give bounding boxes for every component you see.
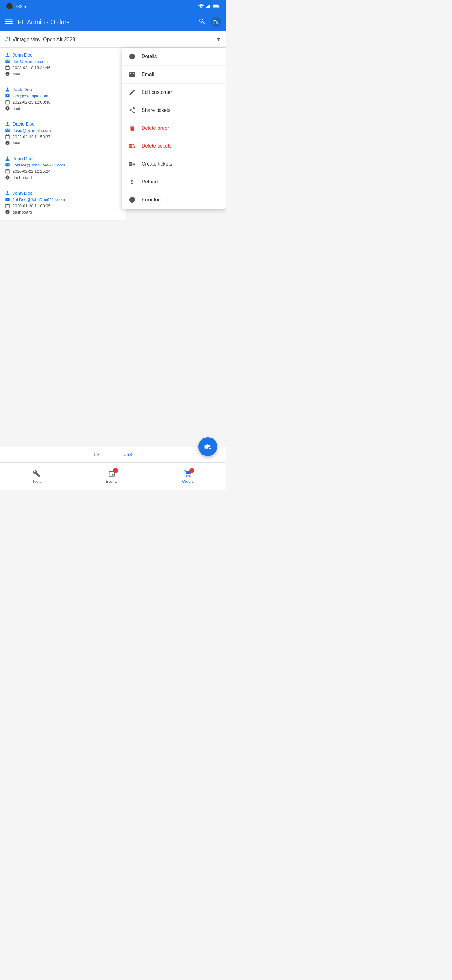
order-email: jack@example.com — [13, 94, 48, 98]
order-date: 2022-02-23 11:53:37 — [13, 134, 51, 139]
person-icon — [5, 191, 10, 196]
svg-rect-14 — [129, 162, 132, 163]
email-menu-icon — [128, 71, 136, 78]
menu-item-edit-customer[interactable]: Edit customer — [122, 84, 226, 102]
order-item[interactable]: Jack Doe jack@example.com 2022-02-23 12:… — [0, 82, 127, 117]
order-item[interactable]: John Doe doe@example.com 2023-02-18 13:2… — [0, 48, 127, 82]
dropdown-arrow-icon: ▼ — [216, 37, 221, 42]
menu-item-share-tickets-label: Share tickets — [141, 107, 170, 113]
calendar-icon — [5, 134, 10, 139]
info-icon — [5, 106, 10, 111]
nav-item-orders[interactable]: 5 Orders — [176, 467, 200, 486]
menu-item-create-tickets[interactable]: Create tickets — [122, 155, 226, 173]
svg-rect-2 — [208, 5, 209, 8]
delete-order-icon — [128, 124, 136, 132]
menu-item-email[interactable]: Email — [122, 66, 226, 84]
event-selector[interactable]: #1 Vintage Vinyl Open Air 2023 ▼ — [0, 32, 226, 48]
id-label: ID — [94, 452, 99, 457]
order-date: 2020-02-22 12:25:24 — [13, 169, 51, 174]
person-icon — [5, 156, 10, 161]
order-status: dashboard — [13, 210, 32, 215]
svg-rect-9 — [5, 23, 13, 24]
events-icon-container: 3 — [107, 469, 116, 478]
order-item[interactable]: John Doe JohDoe@JohnDoe9911.com 2020-01-… — [0, 186, 127, 221]
order-email: doe@example.com — [13, 59, 48, 64]
info-icon — [5, 175, 10, 180]
nav-item-tools[interactable]: Tools — [26, 467, 48, 486]
person-icon — [5, 52, 10, 57]
order-email: david@example.com — [13, 128, 51, 133]
status-time: 9:42 — [14, 4, 22, 9]
email-icon — [5, 93, 10, 98]
calendar-icon — [5, 169, 10, 174]
order-name: John Doe — [13, 190, 33, 196]
status-dot: ● — [24, 4, 27, 9]
event-number: #1 — [5, 37, 11, 42]
avatar[interactable]: Fa — [211, 17, 221, 27]
share-tickets-icon — [128, 107, 136, 114]
order-name: John Doe — [13, 156, 33, 161]
order-item[interactable]: John Doe JohDoe@JohnDoe9911.com 2020-02-… — [0, 151, 127, 186]
status-circle — [6, 3, 13, 10]
create-tickets-icon — [128, 160, 136, 168]
order-email: JohDoe@JohnDoe9911.com — [13, 163, 65, 167]
context-menu: Details Email Edit customer Share ticket… — [122, 48, 226, 208]
edit-customer-icon — [128, 89, 136, 96]
info-icon — [5, 210, 10, 215]
order-status: paid — [13, 72, 21, 76]
order-name: Jack Doe — [13, 87, 32, 92]
menu-item-delete-tickets-label: Delete tickets — [141, 143, 172, 149]
menu-item-create-tickets-label: Create tickets — [141, 161, 172, 167]
email-icon — [5, 128, 10, 133]
nav-tools-label: Tools — [32, 479, 41, 484]
calendar-icon — [5, 65, 10, 70]
menu-item-delete-order[interactable]: Delete order — [122, 119, 226, 137]
menu-item-refund[interactable]: Refund — [122, 173, 226, 191]
menu-item-delete-tickets[interactable]: Delete tickets — [122, 137, 226, 155]
hamburger-button[interactable] — [5, 18, 13, 26]
order-status: paid — [13, 106, 21, 111]
svg-rect-3 — [209, 5, 210, 8]
menu-item-delete-order-label: Delete order — [141, 125, 169, 131]
order-item[interactable]: David Doe david@example.com 2022-02-23 1… — [0, 117, 127, 151]
tools-icon — [32, 469, 41, 478]
menu-item-share-tickets[interactable]: Share tickets — [122, 102, 226, 119]
menu-item-details[interactable]: Details — [122, 48, 226, 66]
nav-item-events[interactable]: 3 Events — [100, 467, 124, 486]
orders-icon-container: 5 — [184, 469, 192, 478]
person-icon — [5, 87, 10, 92]
svg-rect-0 — [206, 6, 207, 8]
email-icon — [5, 162, 10, 167]
bottom-info-bar: ID #53 — [0, 447, 226, 462]
status-bar-right — [198, 5, 220, 8]
hamburger-icon — [5, 18, 13, 25]
person-icon — [5, 122, 10, 127]
app-bar: FE Admin - Orders Fa — [0, 13, 226, 32]
details-icon — [128, 53, 136, 60]
calendar-icon — [5, 100, 10, 105]
nav-events-label: Events — [106, 479, 117, 484]
email-icon — [5, 197, 10, 202]
svg-rect-6 — [213, 5, 217, 7]
info-icon — [5, 140, 10, 145]
svg-rect-5 — [219, 6, 219, 7]
search-icon — [198, 18, 206, 25]
nav-orders-label: Orders — [182, 479, 193, 484]
app-bar-title: FE Admin - Orders — [17, 19, 193, 26]
svg-rect-7 — [5, 19, 13, 20]
svg-rect-11 — [129, 145, 132, 147]
order-date: 2022-02-23 12:00:46 — [13, 100, 51, 105]
svg-rect-15 — [129, 163, 132, 165]
menu-item-edit-customer-label: Edit customer — [141, 89, 172, 95]
menu-item-error-log[interactable]: Error log — [122, 191, 226, 208]
battery-icon — [213, 5, 220, 8]
svg-rect-16 — [129, 165, 132, 166]
delete-tickets-icon — [128, 142, 136, 150]
fab-button[interactable] — [198, 437, 217, 456]
status-bar: 9:42 ● — [0, 0, 226, 13]
order-status: dashboard — [13, 175, 32, 180]
email-icon — [5, 59, 10, 64]
search-button[interactable] — [198, 18, 206, 26]
orders-badge: 5 — [189, 468, 194, 473]
order-date: 2023-02-18 13:24:46 — [13, 65, 51, 70]
